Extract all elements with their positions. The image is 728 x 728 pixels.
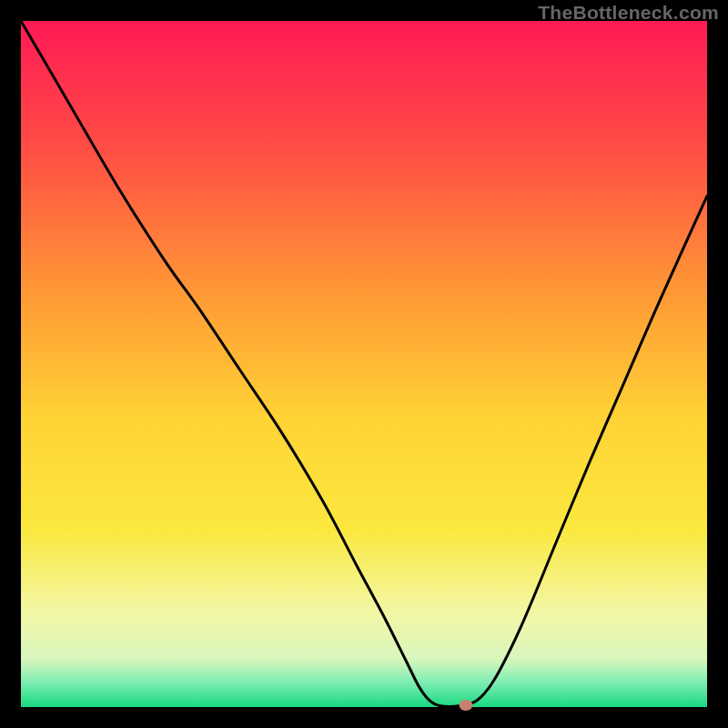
bottleneck-chart-svg [21, 21, 707, 707]
watermark-text: TheBottleneck.com [538, 2, 719, 24]
chart-container: TheBottleneck.com [0, 0, 728, 728]
gradient-background [21, 21, 707, 707]
optimal-point-marker [459, 700, 472, 711]
plot-area [21, 21, 707, 707]
